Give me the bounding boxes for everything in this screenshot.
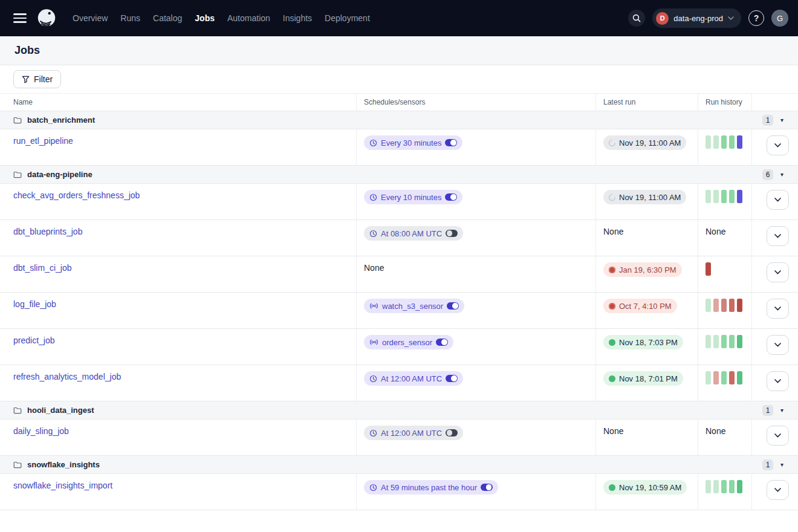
job-group-row[interactable]: snowflake_insights 1 ▾ bbox=[0, 455, 798, 473]
latest-run-pill[interactable]: Nov 19, 11:00 AM bbox=[603, 190, 686, 204]
run-history-bar[interactable] bbox=[737, 299, 742, 312]
job-link[interactable]: log_file_job bbox=[13, 299, 56, 309]
latest-run-pill[interactable]: Nov 18, 7:01 PM bbox=[603, 371, 683, 386]
run-history-bars[interactable] bbox=[706, 262, 751, 276]
run-history-bar[interactable] bbox=[737, 335, 742, 348]
run-history-bar[interactable] bbox=[729, 190, 735, 203]
job-link[interactable]: predict_job bbox=[13, 336, 55, 345]
user-avatar[interactable]: G bbox=[771, 10, 788, 27]
sensor-pill[interactable]: orders_sensor bbox=[364, 335, 453, 349]
job-link[interactable]: refresh_analytics_model_job bbox=[13, 372, 121, 381]
expand-button[interactable] bbox=[767, 135, 789, 155]
run-history-bar[interactable] bbox=[737, 135, 742, 149]
run-history-bar[interactable] bbox=[706, 262, 711, 276]
nav-item-deployment[interactable]: Deployment bbox=[325, 13, 370, 23]
run-history-bar[interactable] bbox=[713, 190, 719, 203]
run-history-bar[interactable] bbox=[721, 480, 727, 493]
nav-item-automation[interactable]: Automation bbox=[227, 13, 270, 23]
collapse-caret-icon[interactable]: ▾ bbox=[780, 117, 783, 123]
latest-run-pill[interactable]: Oct 7, 4:10 PM bbox=[603, 299, 677, 313]
dagster-logo-icon[interactable] bbox=[35, 7, 58, 30]
run-history-bar[interactable] bbox=[706, 335, 711, 348]
expand-button[interactable] bbox=[767, 262, 789, 282]
job-link[interactable]: dbt_blueprints_job bbox=[13, 227, 82, 236]
schedule-toggle[interactable] bbox=[446, 230, 458, 238]
job-group-row[interactable]: batch_enrichment 1 ▾ bbox=[0, 111, 798, 129]
schedule-pill[interactable]: Every 10 minutes bbox=[364, 190, 462, 204]
job-link[interactable]: check_avg_orders_freshness_job bbox=[13, 190, 140, 200]
collapse-caret-icon[interactable]: ▾ bbox=[780, 171, 783, 178]
run-history-bar[interactable] bbox=[729, 135, 735, 149]
schedule-toggle[interactable] bbox=[445, 193, 457, 201]
run-history-bar[interactable] bbox=[713, 135, 719, 149]
schedule-pill[interactable]: At 12:00 AM UTC bbox=[364, 426, 463, 440]
job-link[interactable]: dbt_slim_ci_job bbox=[13, 263, 72, 273]
run-history-bar[interactable] bbox=[729, 371, 735, 384]
expand-button[interactable] bbox=[767, 426, 789, 446]
run-history-bar[interactable] bbox=[713, 299, 719, 312]
run-history-bars[interactable] bbox=[706, 190, 751, 203]
run-history-bar[interactable] bbox=[713, 371, 719, 384]
run-history-bar[interactable] bbox=[737, 190, 742, 203]
job-link[interactable]: daily_sling_job bbox=[13, 426, 69, 436]
run-history-bar[interactable] bbox=[713, 480, 719, 493]
run-history-bars[interactable] bbox=[706, 299, 751, 312]
latest-run-pill[interactable]: Jan 19, 6:30 PM bbox=[603, 262, 682, 277]
run-history-bar[interactable] bbox=[706, 299, 711, 312]
job-link[interactable]: snowflake_insights_import bbox=[13, 481, 112, 490]
run-history-bar[interactable] bbox=[721, 190, 727, 203]
run-history-bar[interactable] bbox=[729, 335, 735, 348]
run-history-bar[interactable] bbox=[729, 299, 735, 312]
hamburger-menu-icon[interactable] bbox=[13, 13, 27, 22]
collapse-caret-icon[interactable]: ▾ bbox=[780, 407, 783, 414]
latest-run-pill[interactable]: Nov 19, 10:59 AM bbox=[603, 480, 687, 495]
job-link[interactable]: run_etl_pipeline bbox=[13, 136, 73, 146]
deployment-switcher[interactable]: D data-eng-prod bbox=[652, 8, 741, 28]
schedule-pill[interactable]: At 12:00 AM UTC bbox=[364, 371, 463, 386]
help-button[interactable]: ? bbox=[748, 10, 764, 26]
run-history-bar[interactable] bbox=[713, 335, 719, 348]
sensor-toggle[interactable] bbox=[447, 302, 459, 310]
search-button[interactable] bbox=[628, 10, 645, 27]
nav-item-catalog[interactable]: Catalog bbox=[153, 13, 182, 23]
schedule-pill[interactable]: At 59 minutes past the hour bbox=[364, 480, 498, 495]
schedule-pill[interactable]: Every 30 minutes bbox=[364, 135, 462, 150]
nav-item-overview[interactable]: Overview bbox=[73, 13, 108, 23]
run-history-bar[interactable] bbox=[729, 480, 735, 493]
expand-button[interactable] bbox=[767, 226, 789, 246]
sensor-pill[interactable]: watch_s3_sensor bbox=[364, 299, 464, 313]
run-history-bar[interactable] bbox=[737, 371, 742, 384]
expand-button[interactable] bbox=[767, 190, 789, 210]
run-history-bars[interactable] bbox=[706, 480, 751, 493]
latest-run-pill[interactable]: Nov 18, 7:03 PM bbox=[603, 335, 683, 349]
filter-button[interactable]: Filter bbox=[13, 70, 61, 88]
expand-button[interactable] bbox=[767, 299, 789, 319]
nav-item-insights[interactable]: Insights bbox=[283, 13, 312, 23]
run-history-bar[interactable] bbox=[721, 335, 727, 348]
nav-item-runs[interactable]: Runs bbox=[120, 13, 140, 23]
run-history-bar[interactable] bbox=[721, 371, 727, 384]
job-group-row[interactable]: data-eng-pipeline 6 ▾ bbox=[0, 165, 798, 183]
latest-run-pill[interactable]: Nov 19, 11:00 AM bbox=[603, 135, 686, 150]
run-history-bar[interactable] bbox=[706, 135, 711, 149]
schedule-toggle[interactable] bbox=[445, 139, 457, 147]
run-history-bars[interactable] bbox=[706, 135, 751, 149]
job-group-row[interactable]: hooli_data_ingest 1 ▾ bbox=[0, 401, 798, 419]
run-history-bar[interactable] bbox=[737, 480, 742, 493]
schedule-toggle[interactable] bbox=[481, 484, 493, 491]
run-history-bar[interactable] bbox=[706, 190, 711, 203]
collapse-caret-icon[interactable]: ▾ bbox=[780, 461, 783, 468]
expand-button[interactable] bbox=[767, 335, 789, 355]
run-history-bars[interactable] bbox=[706, 371, 751, 384]
schedule-toggle[interactable] bbox=[446, 375, 458, 383]
expand-button[interactable] bbox=[767, 480, 789, 500]
nav-item-jobs[interactable]: Jobs bbox=[195, 13, 215, 23]
sensor-toggle[interactable] bbox=[436, 339, 448, 346]
run-history-bar[interactable] bbox=[706, 480, 711, 493]
run-history-bars[interactable] bbox=[706, 335, 751, 348]
expand-button[interactable] bbox=[767, 371, 789, 391]
schedule-toggle[interactable] bbox=[446, 429, 458, 437]
run-history-bar[interactable] bbox=[721, 299, 727, 312]
run-history-bar[interactable] bbox=[721, 135, 727, 149]
schedule-pill[interactable]: At 08:00 AM UTC bbox=[364, 226, 463, 241]
